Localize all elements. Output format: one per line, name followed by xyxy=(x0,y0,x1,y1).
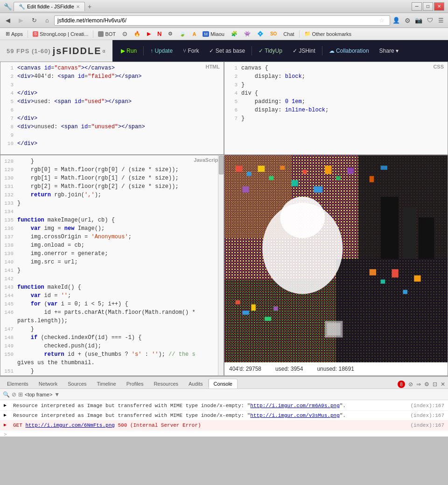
css-code-area[interactable]: 1canvas { 2 display: block; 3} 4div { 5 … xyxy=(224,62,448,154)
shield-icon[interactable]: 🛡 xyxy=(425,15,435,26)
filter-icon[interactable]: ⊘ xyxy=(12,391,16,398)
tab-label: Edit fiddle - JSFiddle xyxy=(27,4,74,9)
star-icon[interactable]: ☆ xyxy=(377,15,387,26)
devtools-tab-timeline[interactable]: Timeline xyxy=(92,379,121,388)
devtools-tab-audits[interactable]: Audits xyxy=(183,379,208,388)
scrollbar-thumb[interactable] xyxy=(219,156,224,174)
bookmark-reddit[interactable]: 👾 xyxy=(241,30,253,38)
console-link-2[interactable]: http://i.imgur.com/v3sMus.png xyxy=(250,413,339,418)
expand-icon2[interactable]: ▶ xyxy=(4,412,10,419)
bookmark-steam[interactable]: ⚙ xyxy=(165,30,175,38)
svg-rect-21 xyxy=(302,170,307,174)
title-bar: 🔧 🔧 Edit fiddle - JSFiddle ✕ + ─ □ ✕ xyxy=(0,0,448,13)
reload-btn[interactable]: ↻ xyxy=(28,15,40,26)
css-panel[interactable]: CSS 1canvas { 2 display: block; 3} 4div … xyxy=(224,62,448,155)
new-tab-btn[interactable]: + xyxy=(85,2,94,11)
js-code-area[interactable]: 128 } 129 rgb[0] = Math.floor(rgb[0] / (… xyxy=(0,155,224,375)
btn-separator xyxy=(143,46,144,55)
update-btn[interactable]: ↑ Update xyxy=(146,45,177,57)
error-expand-icon[interactable]: ▶ xyxy=(4,422,10,429)
person-icon[interactable]: 👤 xyxy=(391,15,401,26)
stat-used: used: 3954 xyxy=(275,366,303,372)
prompt-symbol: > xyxy=(4,432,7,437)
bookmark-strongloop[interactable]: S StrongLoop | Creati... xyxy=(30,30,91,38)
console-link-1[interactable]: http://i.imgur.com/rm6A9s.png xyxy=(250,403,339,409)
console-input[interactable] xyxy=(9,431,102,436)
devtools-tab-profiles[interactable]: Profiles xyxy=(121,379,149,388)
maximize-btn[interactable]: □ xyxy=(423,2,433,11)
settings-icon[interactable]: ⚙ xyxy=(402,15,413,26)
code-line: 2<div>404'd: <span id="failed"></span> xyxy=(0,72,224,81)
svg-rect-24 xyxy=(336,176,341,180)
console-loc-error[interactable]: (index):167 xyxy=(407,422,444,429)
address-input[interactable] xyxy=(57,17,377,24)
bookmark-miaou[interactable]: M Miaou xyxy=(200,30,227,38)
console-loc-1[interactable]: (index):167 xyxy=(407,402,444,409)
set-base-btn[interactable]: ✓ Set as base xyxy=(204,45,250,57)
bookmark-chat[interactable]: Chat xyxy=(280,30,297,38)
bookmark-gh[interactable]: ⊙ xyxy=(119,29,130,38)
bookmark-play[interactable]: ▶ xyxy=(144,30,154,38)
fork-btn[interactable]: ⑂ Fork xyxy=(178,45,203,57)
bookmark-a[interactable]: A xyxy=(189,30,199,38)
menu-icon[interactable]: ☰ xyxy=(436,15,446,26)
forward-btn[interactable]: ▶ xyxy=(15,15,27,26)
html-panel[interactable]: HTML 1<canvas id="canvas"></canvas> 2<di… xyxy=(0,62,224,155)
js-scrollbar[interactable] xyxy=(218,155,224,375)
close-devtools-icon[interactable]: ✕ xyxy=(440,380,446,388)
bookmark-leaf[interactable]: 🍃 xyxy=(176,30,189,38)
devtools-tab-elements[interactable]: Elements xyxy=(2,379,34,388)
bookmark-n[interactable]: N xyxy=(154,29,164,38)
devtools-tab-console[interactable]: Console xyxy=(209,379,238,388)
bookmark-bot[interactable]: BOT xyxy=(95,30,119,38)
split-icon[interactable]: ⊡ xyxy=(432,380,438,388)
devtools-tab-network[interactable]: Network xyxy=(34,379,63,388)
camera-icon[interactable]: 📷 xyxy=(413,15,424,26)
code-line: 149 checked.push(id); xyxy=(0,342,217,350)
code-line: 5 padding: 0 1em; xyxy=(224,97,448,106)
html-label: HTML xyxy=(205,64,220,69)
console-step-icon[interactable]: ⇒ xyxy=(415,380,422,388)
code-line: 4</div> xyxy=(0,89,224,97)
filter-icon[interactable]: ⊘ xyxy=(407,380,414,388)
tidyup-btn[interactable]: ✓ TidyUp xyxy=(254,45,287,57)
bookmark-apps[interactable]: ⊞Apps xyxy=(3,30,26,38)
settings-icon[interactable]: ⚙ xyxy=(423,380,430,388)
run-btn[interactable]: ▶ Run xyxy=(116,45,141,57)
browser-tab[interactable]: 🔧 Edit fiddle - JSFiddle ✕ xyxy=(14,2,85,11)
console-loc-2[interactable]: (index):167 xyxy=(407,412,444,419)
html-code-area[interactable]: 1<canvas id="canvas"></canvas> 2<div>404… xyxy=(0,62,224,154)
share-btn[interactable]: Share ▾ xyxy=(375,45,403,57)
code-line: 3 xyxy=(0,81,224,89)
css-label: CSS xyxy=(433,64,444,69)
close-btn[interactable]: ✕ xyxy=(434,2,444,11)
search-icon[interactable]: 🔍 xyxy=(3,391,10,398)
bookmark-game[interactable]: 💠 xyxy=(254,30,266,38)
logo-text: jsFIDDLE xyxy=(53,46,102,56)
collaboration-btn[interactable]: ☁ Collaboration xyxy=(324,45,374,57)
bookmark-so[interactable]: SO xyxy=(267,30,280,37)
devtools-tab-sources[interactable]: Sources xyxy=(63,379,91,388)
frame-dropdown-icon[interactable]: ▼ xyxy=(54,391,60,398)
logo-alpha: α xyxy=(103,48,106,54)
expand-icon[interactable]: ▶ xyxy=(4,402,10,409)
bookmark-fire[interactable]: 🔥 xyxy=(131,30,143,38)
console-link-error[interactable]: http://i.imgur.com/6NmFts.png xyxy=(25,423,114,428)
svg-rect-36 xyxy=(381,279,385,284)
svg-rect-22 xyxy=(314,187,322,193)
devtools-tab-resources[interactable]: Resources xyxy=(148,379,183,388)
svg-rect-34 xyxy=(273,306,278,311)
bookmark-other[interactable]: 📁 Other bookmarks xyxy=(301,30,354,38)
home-btn[interactable]: ⌂ xyxy=(41,15,53,26)
code-line: 150 return id + (use_thumbs ? 's' : '');… xyxy=(0,350,217,359)
fps-badge: 59 FPS (1-60) xyxy=(7,48,51,55)
bookmark-puzzle[interactable]: 🧩 xyxy=(228,30,240,38)
js-panel[interactable]: JavaScript 128 } 129 rgb[0] = Math.floor… xyxy=(0,155,224,376)
svg-rect-18 xyxy=(242,187,249,193)
jshint-btn[interactable]: ✓ JSHint xyxy=(288,45,320,57)
code-line: 4div { xyxy=(224,89,448,97)
tab-close-btn[interactable]: ✕ xyxy=(76,4,80,9)
back-btn[interactable]: ◀ xyxy=(2,15,14,26)
minimize-btn[interactable]: ─ xyxy=(412,2,422,11)
svg-point-29 xyxy=(280,197,325,238)
